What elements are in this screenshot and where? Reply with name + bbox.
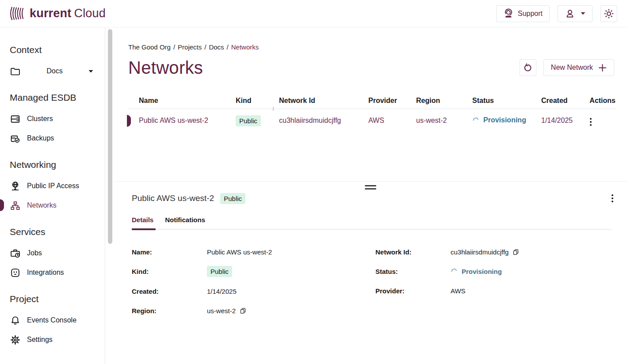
- theme-toggle-button[interactable]: [600, 5, 617, 22]
- user-menu-button[interactable]: [558, 5, 593, 22]
- col-header-created[interactable]: Created: [541, 97, 588, 105]
- field-label: Created:: [132, 288, 207, 295]
- tab-notifications[interactable]: Notifications: [165, 216, 205, 224]
- user-icon: [565, 8, 575, 19]
- field-value: cu3hlaiirsdmuidcjffg: [451, 248, 508, 256]
- breadcrumb: The Good Org/Projects/Docs/Networks: [128, 43, 627, 51]
- support-button[interactable]: Support: [496, 5, 550, 22]
- sidebar-heading-managed-esdb: Managed ESDB: [10, 92, 105, 103]
- field-status: Status: Provisioning: [375, 266, 627, 277]
- col-header-kind[interactable]: Kind: [236, 97, 279, 105]
- headset-icon: [503, 8, 514, 19]
- sidebar-item-integrations[interactable]: Integrations: [10, 263, 105, 282]
- sidebar-item-settings[interactable]: Settings: [10, 330, 105, 349]
- refresh-button[interactable]: [520, 59, 536, 76]
- sidebar-item-label: Clusters: [27, 115, 53, 123]
- logo-brand-text: kurrent: [30, 7, 71, 20]
- detail-kind-badge: Public: [220, 193, 245, 204]
- networks-icon: [10, 200, 21, 211]
- col-header-region[interactable]: Region: [416, 97, 472, 105]
- sidebar-item-label: Public IP Access: [27, 182, 79, 190]
- briefcase-clock-icon: [10, 248, 21, 259]
- cell-region: us-west-2: [416, 117, 472, 125]
- sidebar-item-backups[interactable]: Backups: [10, 129, 105, 148]
- refresh-icon: [523, 63, 533, 73]
- field-value: Public AWS us-west-2: [207, 248, 272, 256]
- col-header-provider[interactable]: Provider: [368, 97, 416, 105]
- context-selected-value: Docs: [21, 67, 88, 75]
- breadcrumb-current: Networks: [231, 43, 259, 51]
- status-cell: Provisioning: [472, 116, 526, 124]
- field-label: Status:: [375, 268, 451, 275]
- field-name: Name: Public AWS us-west-2: [132, 246, 375, 257]
- copy-icon[interactable]: [240, 307, 246, 314]
- page-title: Networks: [128, 58, 203, 78]
- field-value: 1/14/2025: [207, 288, 237, 295]
- col-header-status[interactable]: Status: [472, 97, 541, 105]
- table-row[interactable]: Public AWS us-west-2 Public cu3hlaiirsdm…: [114, 109, 627, 132]
- sidebar-heading-project: Project: [10, 294, 105, 304]
- cell-name[interactable]: Public AWS us-west-2: [139, 117, 236, 125]
- kind-badge: Public: [236, 115, 261, 126]
- tab-details[interactable]: Details: [132, 216, 153, 224]
- kurrent-cloud-logo[interactable]: kurrentCloud: [9, 7, 106, 20]
- panel-resize-handle[interactable]: [365, 185, 376, 190]
- project-context-selector[interactable]: Docs: [10, 61, 105, 81]
- detail-actions-kebab-icon[interactable]: [610, 193, 615, 204]
- bell-icon: [10, 315, 21, 326]
- new-network-label: New Network: [551, 64, 593, 72]
- breadcrumb-project[interactable]: Docs: [209, 43, 224, 51]
- cell-network-id: cu3hlaiirsdmuidcjffg: [279, 117, 368, 125]
- sidebar-item-label: Settings: [27, 336, 53, 344]
- breadcrumb-separator: /: [227, 43, 229, 51]
- detail-panel-divider: [114, 181, 627, 182]
- sidebar: Context Docs Managed ESDB: [0, 27, 114, 364]
- col-header-name[interactable]: Name: [139, 97, 236, 105]
- table-header-row: Name Kind Network Id Provider Region Sta…: [114, 92, 627, 109]
- folder-icon: [10, 66, 21, 77]
- chevron-down-icon: [581, 12, 585, 15]
- breadcrumb-projects[interactable]: Projects: [178, 43, 202, 51]
- field-value: us-west-2: [207, 307, 236, 315]
- field-label: Network Id:: [375, 248, 451, 256]
- sun-icon: [604, 8, 614, 19]
- sidebar-item-label: Networks: [27, 201, 57, 209]
- field-label: Region:: [132, 307, 207, 315]
- sidebar-item-label: Jobs: [27, 249, 42, 257]
- sidebar-heading-networking: Networking: [10, 159, 105, 170]
- field-created: Created: 1/14/2025: [132, 286, 375, 296]
- gear-icon: [10, 334, 21, 345]
- plus-icon: [598, 64, 607, 72]
- active-item-indicator: [0, 199, 4, 211]
- sidebar-item-public-ip-access[interactable]: Public IP Access: [10, 176, 105, 196]
- logo-wordmark: kurrentCloud: [30, 7, 106, 20]
- field-value: AWS: [451, 287, 466, 295]
- support-label: Support: [518, 10, 543, 18]
- sidebar-item-networks[interactable]: Networks: [10, 196, 105, 215]
- status-text: Provisioning: [483, 116, 526, 124]
- col-header-actions: Actions: [588, 97, 616, 105]
- active-tab-underline: [132, 228, 156, 230]
- clusters-icon: [10, 114, 21, 125]
- cell-provider: AWS: [368, 117, 416, 125]
- spinner-icon: [451, 268, 458, 275]
- logo-suffix-text: Cloud: [74, 7, 106, 20]
- breadcrumb-org[interactable]: The Good Org: [128, 43, 171, 51]
- sidebar-item-clusters[interactable]: Clusters: [10, 109, 105, 129]
- field-label: Kind:: [132, 268, 207, 275]
- sidebar-item-jobs[interactable]: Jobs: [10, 243, 105, 263]
- new-network-button[interactable]: New Network: [543, 59, 614, 76]
- networks-table: Name Kind Network Id Provider Region Sta…: [114, 92, 627, 181]
- sidebar-item-label: Backups: [27, 134, 54, 142]
- sidebar-scrollbar[interactable]: [108, 29, 112, 244]
- detail-fields: Name: Public AWS us-west-2 Kind: Public …: [132, 246, 627, 316]
- sidebar-item-events-console[interactable]: Events Console: [10, 311, 105, 330]
- field-kind: Kind: Public: [132, 266, 375, 277]
- row-actions-kebab-icon[interactable]: [588, 116, 593, 128]
- status-text: Provisioning: [462, 268, 502, 275]
- sidebar-heading-context: Context: [10, 45, 105, 55]
- cell-created: 1/14/2025: [541, 117, 588, 125]
- breadcrumb-separator: /: [173, 43, 175, 51]
- col-header-network-id[interactable]: Network Id: [279, 97, 368, 105]
- copy-icon[interactable]: [512, 249, 519, 255]
